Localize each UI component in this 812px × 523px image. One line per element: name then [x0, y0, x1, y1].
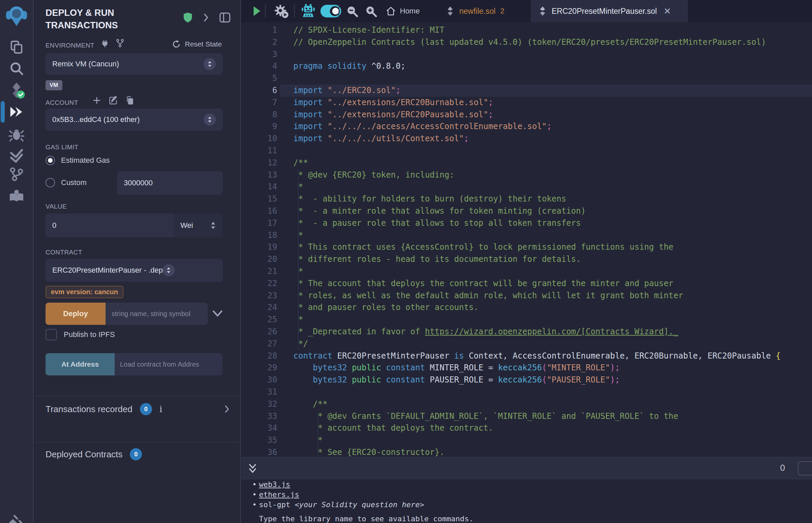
code-line[interactable]: * - a pauser role that allows to stop al…: [280, 217, 812, 230]
at-address-button[interactable]: At Address: [46, 353, 114, 375]
code-line[interactable]: * See {ERC20-constructor}.: [280, 447, 812, 457]
plug-icon[interactable]: [101, 39, 109, 48]
zoom-in-icon[interactable]: [361, 0, 381, 22]
terminal-library-link[interactable]: ethers.js: [259, 490, 299, 499]
ai-assistant-robot-icon[interactable]: [298, 0, 318, 22]
file-explorer-icon[interactable]: [0, 38, 33, 57]
plugin-manager-icon[interactable]: [0, 513, 33, 523]
code-line[interactable]: * - ability for holders to burn (destroy…: [280, 193, 812, 205]
code-line[interactable]: contract ERC20PresetMinterPauser is Cont…: [280, 350, 812, 362]
remix-logo-icon[interactable]: [0, 4, 33, 28]
close-tab-icon[interactable]: ✕: [664, 6, 671, 17]
code-line[interactable]: import "../extensions/ERC20Pausable.sol"…: [280, 109, 812, 121]
terminal-bar[interactable]: 0: [242, 457, 812, 479]
tab-erc20presetminterpauser-sol[interactable]: ERC20PresetMinterPauser.sol ✕: [531, 0, 688, 22]
code-line[interactable]: pragma solidity ^0.8.0;: [280, 60, 812, 72]
code-editor[interactable]: 1234567891011121314151617181920212223242…: [242, 22, 812, 457]
line-number: 25: [242, 314, 277, 326]
code-line[interactable]: // OpenZeppelin Contracts (last updated …: [280, 36, 812, 49]
code-line[interactable]: bytes32 public constant PAUSER_ROLE = ke…: [280, 374, 812, 386]
publish-ipfs-checkbox[interactable]: [46, 329, 57, 340]
code-line[interactable]: [280, 386, 812, 398]
custom-gas-input[interactable]: 3000000: [117, 171, 223, 195]
contract-select[interactable]: ERC20PresetMinterPauser - .deps/: [46, 259, 223, 282]
code-line[interactable]: * This contract uses {AccessControl} to …: [280, 241, 812, 253]
code-line[interactable]: * The account that deploys the contract …: [280, 278, 812, 290]
account-select[interactable]: 0x5B3...eddC4 (100 ether): [46, 109, 223, 131]
code-line[interactable]: */: [280, 338, 812, 350]
terminal-library-link[interactable]: web3.js: [259, 480, 290, 489]
code-line[interactable]: /**: [280, 157, 812, 169]
publish-ipfs-option[interactable]: Publish to IPFS: [46, 329, 115, 340]
expand-transactions-chevron-icon[interactable]: [224, 405, 230, 414]
code-line[interactable]: *: [280, 314, 812, 326]
sign-message-icon[interactable]: [109, 96, 118, 105]
git-icon[interactable]: [0, 164, 33, 183]
code-line[interactable]: /**: [280, 398, 812, 411]
estimated-gas-radio[interactable]: [46, 156, 55, 165]
tab-home[interactable]: Home: [378, 0, 427, 22]
deploy-button[interactable]: Deploy: [46, 303, 106, 325]
code-line[interactable]: *: [280, 181, 812, 193]
value-unit-select[interactable]: Wei: [174, 214, 223, 237]
unit-testing-icon[interactable]: [0, 146, 33, 165]
collapse-panel-chevron-icon[interactable]: [203, 13, 209, 22]
code-line[interactable]: // SPDX-License-Identifier: MIT: [280, 24, 812, 36]
custom-gas-radio[interactable]: [46, 178, 55, 187]
code-line[interactable]: [280, 49, 812, 61]
deploy-button-label: Deploy: [63, 309, 88, 318]
reset-state-button[interactable]: Reset State: [172, 40, 222, 49]
custom-gas-option[interactable]: Custom: [46, 178, 87, 187]
documentation-icon[interactable]: [0, 186, 33, 205]
run-script-play-icon[interactable]: [248, 0, 266, 22]
constructor-args-input[interactable]: string name, string symbol: [106, 303, 208, 325]
code-line[interactable]: bytes32 public constant MINTER_ROLE = ke…: [280, 362, 812, 374]
script-config-gear-icon[interactable]: [269, 0, 293, 22]
terminal-output[interactable]: •web3.js•ethers.js•sol-gpt <your Solidit…: [242, 480, 812, 523]
code-line[interactable]: * _Deprecated in favor of https://wizard…: [280, 326, 812, 338]
tab-newfile-sol[interactable]: newfile.sol 2: [438, 0, 512, 22]
indent-guide: [298, 181, 298, 193]
code-line[interactable]: *: [280, 266, 812, 278]
transactions-recorded-section[interactable]: Transactions recorded 0 i: [46, 403, 230, 415]
pin-panel-icon[interactable]: [219, 12, 231, 23]
code-line[interactable]: *: [280, 230, 812, 241]
info-icon[interactable]: i: [159, 404, 162, 414]
solidity-compiler-icon[interactable]: [0, 81, 33, 100]
terminal-search-input[interactable]: [798, 461, 812, 475]
code-line[interactable]: import "../ERC20.sol";: [280, 85, 812, 97]
value-input[interactable]: 0: [46, 214, 174, 237]
debugger-icon[interactable]: [0, 125, 33, 144]
code-line[interactable]: *: [280, 434, 812, 447]
code-line[interactable]: * roles, as well as the default admin ro…: [280, 290, 812, 302]
at-address-input[interactable]: Load contract from Addres: [114, 353, 223, 375]
search-icon[interactable]: [0, 59, 33, 78]
code-line[interactable]: * - a minter role that allows for token …: [280, 205, 812, 217]
code-line[interactable]: [280, 145, 812, 157]
code-line[interactable]: [280, 72, 812, 85]
code-line[interactable]: * different roles - head to its document…: [280, 253, 812, 266]
code-line[interactable]: import "../extensions/ERC20Burnable.sol"…: [280, 97, 812, 109]
deployed-contracts-section[interactable]: Deployed Contracts 0: [46, 448, 230, 460]
indent-guide: [318, 422, 318, 434]
code-line[interactable]: * account that deploys the contract.: [280, 422, 812, 434]
line-number: 12: [242, 157, 277, 169]
terminal-hint: Type the library name to see available c…: [242, 514, 812, 523]
expand-args-chevron-icon[interactable]: [212, 310, 223, 318]
add-account-icon[interactable]: [92, 96, 101, 105]
line-number: 33: [242, 411, 277, 422]
git-fork-icon[interactable]: [115, 38, 125, 48]
code-line[interactable]: import "../../../access/AccessControlEnu…: [280, 121, 812, 133]
code-line[interactable]: * @dev Grants `DEFAULT_ADMIN_ROLE`, `MIN…: [280, 411, 812, 422]
code-line[interactable]: import "../../../utils/Context.sol";: [280, 133, 812, 145]
terminal-expand-icon[interactable]: [248, 463, 258, 474]
estimated-gas-option[interactable]: Estimated Gas: [46, 156, 110, 165]
code-line[interactable]: * @dev {ERC20} token, including:: [280, 169, 812, 181]
code-line[interactable]: * and pauser roles to other accounts.: [280, 302, 812, 314]
zoom-out-icon[interactable]: [342, 0, 361, 22]
tab-label: ERC20PresetMinterPauser.sol: [552, 7, 657, 16]
ai-copilot-toggle[interactable]: [318, 0, 343, 22]
copy-address-icon[interactable]: [125, 96, 134, 105]
deploy-run-icon[interactable]: [0, 103, 33, 121]
environment-select[interactable]: Remix VM (Cancun): [46, 53, 223, 75]
